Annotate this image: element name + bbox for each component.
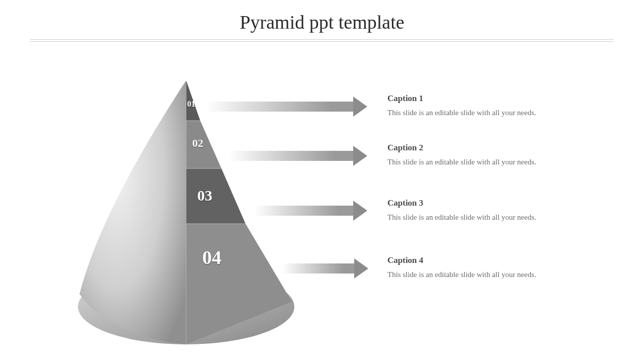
caption-desc: This slide is an editable slide with all…: [387, 108, 599, 118]
caption-title: Caption 1: [387, 94, 599, 104]
arrow-head-icon: [353, 146, 367, 166]
arrow-3: [254, 204, 367, 218]
title-area: Pyramid ppt template: [30, 11, 614, 43]
level-number-2: 02: [192, 137, 203, 150]
title-rule-1: [30, 39, 614, 40]
slide-title: Pyramid ppt template: [30, 11, 614, 33]
caption-block-2: Caption 2 This slide is an editable slid…: [387, 143, 599, 167]
caption-desc: This slide is an editable slide with all…: [387, 157, 599, 167]
level-number-3: 03: [197, 187, 212, 204]
caption-title: Caption 2: [387, 143, 599, 153]
arrow-head-icon: [353, 97, 367, 117]
caption-title: Caption 4: [387, 255, 599, 265]
level-number-1: 01: [187, 100, 195, 109]
pyramid-left-shell: [79, 80, 186, 344]
arrow-1: [206, 100, 367, 114]
caption-title: Caption 3: [387, 198, 599, 208]
arrow-body: [229, 151, 353, 161]
arrow-body: [254, 206, 353, 216]
arrow-2: [229, 149, 367, 163]
level-number-4: 04: [202, 246, 221, 268]
caption-desc: This slide is an editable slide with all…: [387, 269, 599, 280]
caption-block-1: Caption 1 This slide is an editable slid…: [387, 94, 599, 118]
caption-desc: This slide is an editable slide with all…: [387, 212, 599, 223]
slide: Pyramid ppt template: [0, 0, 644, 362]
arrow-body: [206, 102, 353, 112]
pyramid-level-2: [186, 121, 221, 168]
arrow-head-icon: [354, 258, 368, 279]
arrow-4: [282, 261, 368, 276]
caption-block-4: Caption 4 This slide is an editable slid…: [387, 255, 599, 280]
title-rule-2: [30, 41, 614, 42]
pyramid-level-3: [186, 168, 246, 224]
arrow-body: [282, 263, 354, 274]
arrow-head-icon: [353, 201, 367, 221]
caption-block-3: Caption 3 This slide is an editable slid…: [387, 198, 599, 223]
